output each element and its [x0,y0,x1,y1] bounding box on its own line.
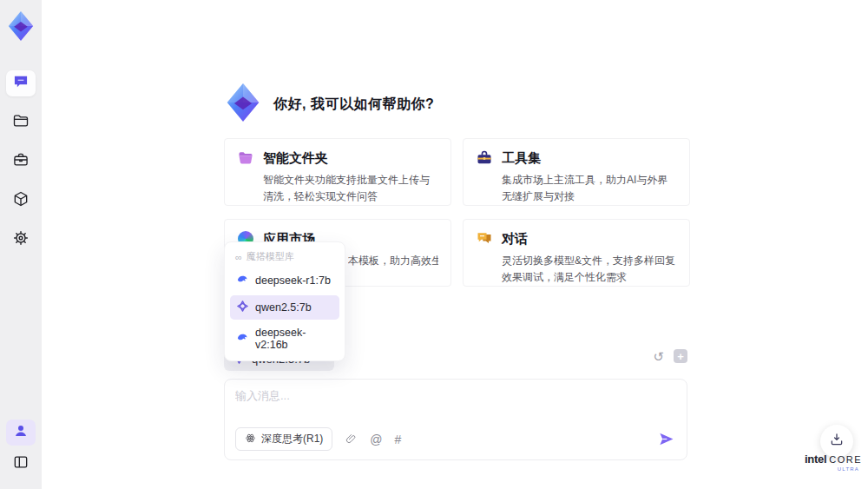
hash-icon[interactable]: # [395,433,402,446]
chat-bubble-icon [12,73,30,94]
card-desc: 本模板，助力高效生成多 [348,253,438,269]
deepseek-icon [236,273,249,288]
qwen-icon [236,300,249,315]
sidebar-bottom [6,420,36,477]
model-option-qwen2-5-7b[interactable]: qwen2.5:7b [230,295,339,320]
app-window: 你好, 我可以如何帮助你? 智能文件夹 智能文件夹功能支持批量文件上传与清洗，轻… [0,0,868,489]
model-option-deepseek-r1-7b[interactable]: deepseek-r1:7b [230,268,339,293]
message-input[interactable] [235,388,676,420]
briefcase-icon [12,151,30,172]
model-option-deepseek-v2-16b[interactable]: deepseek-v2:16b [230,322,339,355]
card-toolset[interactable]: 工具集 集成市场上主流工具，助力AI与外界无缝扩展与对接 [463,138,690,206]
card-title: 智能文件夹 [263,150,328,167]
new-chat-icon[interactable]: + [674,349,687,363]
deepseek-icon [236,331,249,347]
atom-icon [245,433,256,446]
card-title: 工具集 [502,150,541,167]
model-option-label: deepseek-r1:7b [255,274,331,287]
send-icon[interactable] [658,431,674,447]
ultra-wordmark: ULTRA [805,466,862,472]
model-option-label: qwen2.5:7b [255,301,312,314]
deep-think-label: 深度思考(R1) [261,432,323,446]
sidebar [0,0,42,489]
core-wordmark: core [829,454,862,465]
input-toolbar: 深度思考(R1) @ # [235,427,674,451]
model-repo-label: 魔搭模型库 [247,250,294,263]
sidebar-item-panel[interactable] [6,451,36,477]
download-icon [829,432,845,451]
intel-core-logo: intel core ULTRA [805,453,862,472]
card-dialogue[interactable]: 对话 灵活切换多模型&文件，支持多样回复效果调试，满足个性化需求 [463,219,690,287]
user-icon [13,423,29,442]
card-desc: 灵活切换多模型&文件，支持多样回复效果调试，满足个性化需求 [502,253,677,286]
message-input-box[interactable]: 深度思考(R1) @ # [224,379,687,460]
model-dropdown: ∞ 魔搭模型库 deepseek-r1:7b qwen2.5:7b deepse… [224,241,345,361]
card-smart-folder[interactable]: 智能文件夹 智能文件夹功能支持批量文件上传与清洗，轻松实现文件问答 [224,138,451,206]
app-logo-icon [6,9,36,45]
greeting-title: 你好, 我可以如何帮助你? [273,96,434,114]
sidebar-item-models[interactable] [6,188,36,214]
intel-wordmark: intel [805,453,826,466]
modelscope-icon: ∞ [235,252,242,262]
sidebar-item-tools[interactable] [6,149,36,175]
gear-icon [12,229,30,250]
sidebar-nav [6,70,36,266]
deep-think-button[interactable]: 深度思考(R1) [235,427,332,451]
composer-actions: ↺ + [639,349,687,363]
card-desc: 集成市场上主流工具，助力AI与外界无缝扩展与对接 [502,172,677,205]
folder-icon [12,112,30,133]
toolset-icon [476,149,493,167]
sidebar-item-settings[interactable] [6,227,36,253]
smart-folder-icon [237,149,254,167]
attachment-icon[interactable] [345,433,358,446]
panel-icon [12,453,30,474]
at-icon[interactable]: @ [370,433,382,446]
sidebar-item-folders[interactable] [6,109,36,135]
sidebar-item-chat[interactable] [6,70,36,96]
model-option-label: deepseek-v2:16b [255,327,333,351]
model-dropdown-header: ∞ 魔搭模型库 [230,248,339,268]
cube-icon [12,190,30,211]
card-desc: 智能文件夹功能支持批量文件上传与清洗，轻松实现文件问答 [263,172,438,205]
greeting: 你好, 我可以如何帮助你? [224,82,434,127]
dialogue-icon [476,230,493,248]
card-title: 对话 [502,231,528,248]
greeting-logo-icon [224,82,262,127]
history-icon[interactable]: ↺ [653,350,664,363]
sidebar-item-profile[interactable] [6,420,36,446]
